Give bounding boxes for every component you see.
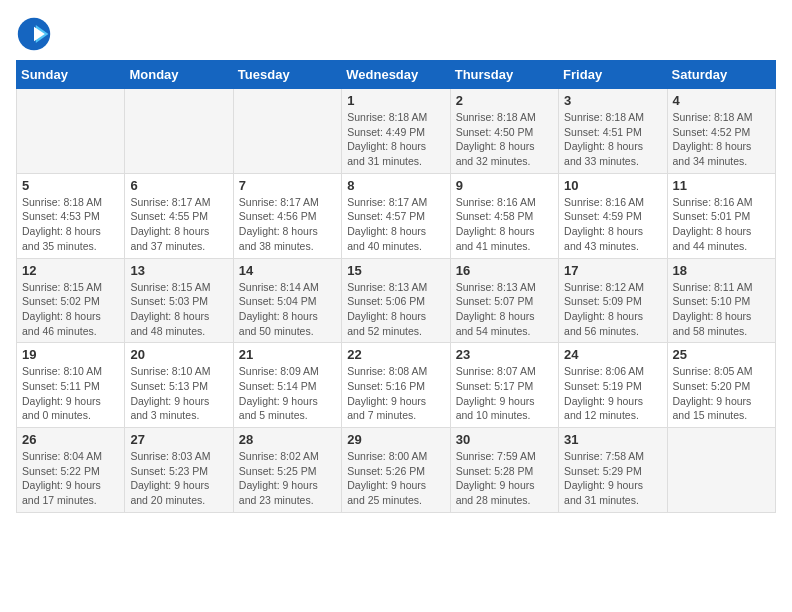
day-number: 23 — [456, 347, 553, 362]
calendar-week-3: 19Sunrise: 8:10 AM Sunset: 5:11 PM Dayli… — [17, 343, 776, 428]
header-tuesday: Tuesday — [233, 61, 341, 89]
calendar-header-row: SundayMondayTuesdayWednesdayThursdayFrid… — [17, 61, 776, 89]
day-number: 8 — [347, 178, 444, 193]
day-info: Sunrise: 8:02 AM Sunset: 5:25 PM Dayligh… — [239, 449, 336, 508]
day-number: 11 — [673, 178, 770, 193]
header-thursday: Thursday — [450, 61, 558, 89]
header-saturday: Saturday — [667, 61, 775, 89]
calendar-cell-w3d6: 25Sunrise: 8:05 AM Sunset: 5:20 PM Dayli… — [667, 343, 775, 428]
day-number: 3 — [564, 93, 661, 108]
day-number: 18 — [673, 263, 770, 278]
day-info: Sunrise: 8:14 AM Sunset: 5:04 PM Dayligh… — [239, 280, 336, 339]
day-number: 19 — [22, 347, 119, 362]
day-number: 21 — [239, 347, 336, 362]
day-number: 13 — [130, 263, 227, 278]
day-info: Sunrise: 8:18 AM Sunset: 4:51 PM Dayligh… — [564, 110, 661, 169]
day-number: 1 — [347, 93, 444, 108]
calendar-table: SundayMondayTuesdayWednesdayThursdayFrid… — [16, 60, 776, 513]
calendar-cell-w2d1: 13Sunrise: 8:15 AM Sunset: 5:03 PM Dayli… — [125, 258, 233, 343]
calendar-cell-w2d5: 17Sunrise: 8:12 AM Sunset: 5:09 PM Dayli… — [559, 258, 667, 343]
page-header — [16, 16, 776, 52]
day-info: Sunrise: 8:17 AM Sunset: 4:57 PM Dayligh… — [347, 195, 444, 254]
day-info: Sunrise: 8:13 AM Sunset: 5:06 PM Dayligh… — [347, 280, 444, 339]
day-number: 14 — [239, 263, 336, 278]
day-number: 20 — [130, 347, 227, 362]
day-info: Sunrise: 8:07 AM Sunset: 5:17 PM Dayligh… — [456, 364, 553, 423]
calendar-cell-w4d1: 27Sunrise: 8:03 AM Sunset: 5:23 PM Dayli… — [125, 428, 233, 513]
calendar-cell-w0d3: 1Sunrise: 8:18 AM Sunset: 4:49 PM Daylig… — [342, 89, 450, 174]
day-info: Sunrise: 8:08 AM Sunset: 5:16 PM Dayligh… — [347, 364, 444, 423]
day-info: Sunrise: 8:18 AM Sunset: 4:53 PM Dayligh… — [22, 195, 119, 254]
calendar-cell-w1d6: 11Sunrise: 8:16 AM Sunset: 5:01 PM Dayli… — [667, 173, 775, 258]
header-monday: Monday — [125, 61, 233, 89]
calendar-cell-w1d0: 5Sunrise: 8:18 AM Sunset: 4:53 PM Daylig… — [17, 173, 125, 258]
calendar-week-4: 26Sunrise: 8:04 AM Sunset: 5:22 PM Dayli… — [17, 428, 776, 513]
day-number: 29 — [347, 432, 444, 447]
day-info: Sunrise: 8:18 AM Sunset: 4:49 PM Dayligh… — [347, 110, 444, 169]
calendar-cell-w1d3: 8Sunrise: 8:17 AM Sunset: 4:57 PM Daylig… — [342, 173, 450, 258]
day-number: 9 — [456, 178, 553, 193]
day-info: Sunrise: 8:11 AM Sunset: 5:10 PM Dayligh… — [673, 280, 770, 339]
day-number: 27 — [130, 432, 227, 447]
calendar-cell-w3d2: 21Sunrise: 8:09 AM Sunset: 5:14 PM Dayli… — [233, 343, 341, 428]
day-info: Sunrise: 8:10 AM Sunset: 5:13 PM Dayligh… — [130, 364, 227, 423]
day-info: Sunrise: 8:06 AM Sunset: 5:19 PM Dayligh… — [564, 364, 661, 423]
day-info: Sunrise: 7:58 AM Sunset: 5:29 PM Dayligh… — [564, 449, 661, 508]
day-info: Sunrise: 8:17 AM Sunset: 4:55 PM Dayligh… — [130, 195, 227, 254]
calendar-cell-w0d0 — [17, 89, 125, 174]
calendar-cell-w0d6: 4Sunrise: 8:18 AM Sunset: 4:52 PM Daylig… — [667, 89, 775, 174]
day-info: Sunrise: 8:15 AM Sunset: 5:03 PM Dayligh… — [130, 280, 227, 339]
calendar-cell-w1d4: 9Sunrise: 8:16 AM Sunset: 4:58 PM Daylig… — [450, 173, 558, 258]
day-info: Sunrise: 8:17 AM Sunset: 4:56 PM Dayligh… — [239, 195, 336, 254]
day-info: Sunrise: 8:18 AM Sunset: 4:50 PM Dayligh… — [456, 110, 553, 169]
day-info: Sunrise: 8:16 AM Sunset: 5:01 PM Dayligh… — [673, 195, 770, 254]
day-number: 15 — [347, 263, 444, 278]
day-number: 26 — [22, 432, 119, 447]
day-number: 24 — [564, 347, 661, 362]
calendar-cell-w4d3: 29Sunrise: 8:00 AM Sunset: 5:26 PM Dayli… — [342, 428, 450, 513]
day-number: 6 — [130, 178, 227, 193]
logo-icon — [16, 16, 52, 52]
day-number: 30 — [456, 432, 553, 447]
header-wednesday: Wednesday — [342, 61, 450, 89]
day-info: Sunrise: 8:18 AM Sunset: 4:52 PM Dayligh… — [673, 110, 770, 169]
day-number: 10 — [564, 178, 661, 193]
calendar-cell-w0d1 — [125, 89, 233, 174]
day-info: Sunrise: 8:00 AM Sunset: 5:26 PM Dayligh… — [347, 449, 444, 508]
calendar-cell-w1d5: 10Sunrise: 8:16 AM Sunset: 4:59 PM Dayli… — [559, 173, 667, 258]
day-number: 17 — [564, 263, 661, 278]
day-number: 2 — [456, 93, 553, 108]
calendar-cell-w0d2 — [233, 89, 341, 174]
day-info: Sunrise: 8:04 AM Sunset: 5:22 PM Dayligh… — [22, 449, 119, 508]
day-info: Sunrise: 8:05 AM Sunset: 5:20 PM Dayligh… — [673, 364, 770, 423]
day-number: 16 — [456, 263, 553, 278]
day-number: 5 — [22, 178, 119, 193]
calendar-cell-w3d5: 24Sunrise: 8:06 AM Sunset: 5:19 PM Dayli… — [559, 343, 667, 428]
calendar-cell-w2d0: 12Sunrise: 8:15 AM Sunset: 5:02 PM Dayli… — [17, 258, 125, 343]
day-number: 22 — [347, 347, 444, 362]
calendar-cell-w4d5: 31Sunrise: 7:58 AM Sunset: 5:29 PM Dayli… — [559, 428, 667, 513]
calendar-cell-w2d2: 14Sunrise: 8:14 AM Sunset: 5:04 PM Dayli… — [233, 258, 341, 343]
calendar-cell-w4d4: 30Sunrise: 7:59 AM Sunset: 5:28 PM Dayli… — [450, 428, 558, 513]
day-number: 31 — [564, 432, 661, 447]
calendar-cell-w4d0: 26Sunrise: 8:04 AM Sunset: 5:22 PM Dayli… — [17, 428, 125, 513]
header-sunday: Sunday — [17, 61, 125, 89]
calendar-week-0: 1Sunrise: 8:18 AM Sunset: 4:49 PM Daylig… — [17, 89, 776, 174]
calendar-cell-w2d6: 18Sunrise: 8:11 AM Sunset: 5:10 PM Dayli… — [667, 258, 775, 343]
calendar-week-2: 12Sunrise: 8:15 AM Sunset: 5:02 PM Dayli… — [17, 258, 776, 343]
calendar-week-1: 5Sunrise: 8:18 AM Sunset: 4:53 PM Daylig… — [17, 173, 776, 258]
calendar-cell-w3d1: 20Sunrise: 8:10 AM Sunset: 5:13 PM Dayli… — [125, 343, 233, 428]
calendar-cell-w2d3: 15Sunrise: 8:13 AM Sunset: 5:06 PM Dayli… — [342, 258, 450, 343]
day-info: Sunrise: 8:15 AM Sunset: 5:02 PM Dayligh… — [22, 280, 119, 339]
calendar-cell-w3d0: 19Sunrise: 8:10 AM Sunset: 5:11 PM Dayli… — [17, 343, 125, 428]
day-info: Sunrise: 8:16 AM Sunset: 4:59 PM Dayligh… — [564, 195, 661, 254]
calendar-cell-w1d1: 6Sunrise: 8:17 AM Sunset: 4:55 PM Daylig… — [125, 173, 233, 258]
day-info: Sunrise: 8:13 AM Sunset: 5:07 PM Dayligh… — [456, 280, 553, 339]
logo — [16, 16, 56, 52]
calendar-cell-w2d4: 16Sunrise: 8:13 AM Sunset: 5:07 PM Dayli… — [450, 258, 558, 343]
day-info: Sunrise: 8:03 AM Sunset: 5:23 PM Dayligh… — [130, 449, 227, 508]
day-info: Sunrise: 8:09 AM Sunset: 5:14 PM Dayligh… — [239, 364, 336, 423]
day-number: 12 — [22, 263, 119, 278]
day-info: Sunrise: 7:59 AM Sunset: 5:28 PM Dayligh… — [456, 449, 553, 508]
calendar-cell-w4d6 — [667, 428, 775, 513]
